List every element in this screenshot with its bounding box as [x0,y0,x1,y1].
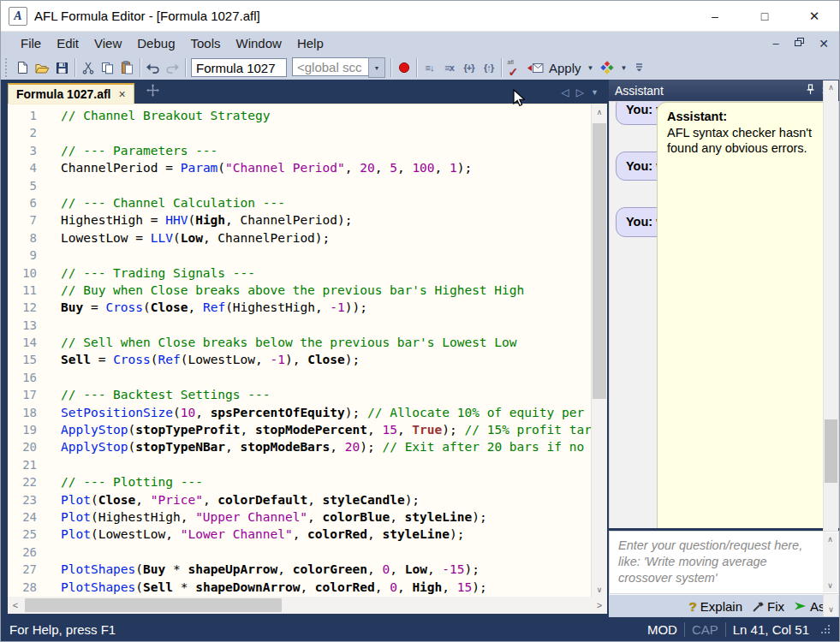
code-line-17[interactable]: 17// --- Backtest Settings --- [8,386,591,403]
code-editor[interactable]: 1// Channel Breakout Strategy23// --- Pa… [8,104,607,597]
code-line-15[interactable]: 15Sell = Cross(Ref(LowestLow, -1), Close… [8,351,591,368]
pin-panel-button[interactable] [802,84,818,98]
editor-horizontal-scrollbar[interactable]: < > [8,597,607,614]
maximize-button[interactable]: □ [740,1,789,31]
toolbar-overflow-icon [635,62,644,72]
code-line-1[interactable]: 1// Channel Breakout Strategy [8,107,591,124]
minimize-button[interactable]: – [690,1,740,31]
close-button[interactable]: ✕ [789,1,839,31]
tab-formula-1027[interactable]: Formula 1027.afl × [8,83,134,104]
save-formula-button[interactable] [52,57,72,78]
status-mod-indicator: MOD [647,622,677,637]
tab-scroll-right-button[interactable]: ▷ [576,86,584,98]
code-line-8[interactable]: 8LowestLow = LLV(Low, ChannelPeriod); [8,229,591,247]
version-control-combo[interactable]: <global scc ▼ [292,57,385,78]
code-line-11[interactable]: 11// Buy when Close breaks above the pre… [8,282,591,299]
record-button[interactable] [394,57,414,78]
editor-vertical-scrollbar[interactable]: ∧ ∨ [591,104,607,597]
assistant-header[interactable]: Assistant ✕ [609,80,839,101]
scroll-down-button[interactable]: ∨ [592,582,607,597]
vertical-scroll-thumb[interactable] [593,123,606,399]
new-formula-button[interactable] [13,57,33,78]
assistant-question-input[interactable] [617,536,810,592]
toolbar-grip[interactable] [5,58,10,77]
menu-item-view[interactable]: View [86,33,129,53]
open-formula-button[interactable] [33,57,52,78]
code-line-18[interactable]: 18SetPositionSize(10, spsPercentOfEquity… [8,404,591,421]
code-line-26[interactable]: 26 [8,544,591,561]
code-line-12[interactable]: 12Buy = Cross(Close, Ref(HighestHigh, -1… [8,299,591,316]
code-line-4[interactable]: 4ChannelPeriod = Param("Channel Period",… [8,159,591,176]
cut-button[interactable] [78,57,98,78]
code-line-24[interactable]: 24Plot(HighestHigh, "Upper Channel", col… [8,508,591,526]
parameters-button[interactable] [597,57,617,78]
input-scrollbar[interactable]: ∧ ∨ [823,532,837,592]
mdi-restore-button[interactable] [793,37,807,50]
formula-name-input[interactable] [191,58,287,77]
code-line-7[interactable]: 7HighestHigh = HHV(High, ChannelPeriod); [8,211,591,229]
code-line-3[interactable]: 3// --- Parameters --- [8,142,591,159]
mdi-close-button[interactable]: ✕ [817,37,831,51]
code-line-5[interactable]: 5 [8,177,591,194]
paste-button[interactable] [117,57,137,78]
copy-button[interactable] [98,57,117,78]
menu-item-window[interactable]: Window [229,33,289,53]
chevron-down-icon: ▼ [374,65,380,71]
code-line-22[interactable]: 22// --- Plotting --- [8,473,591,490]
cut-scissors-icon [82,62,94,74]
code-line-21[interactable]: 21 [8,456,591,473]
input-scroll-down-button[interactable]: ∨ [823,579,837,592]
toolbar-overflow-button[interactable] [635,60,644,75]
mdi-minimize-button[interactable]: – [769,37,783,50]
surround-braces-button[interactable]: {↑} [479,57,498,78]
undo-button[interactable] [143,57,163,78]
code-line-27[interactable]: 27PlotShapes(Buy * shapeUpArrow, colorGr… [8,561,591,578]
chat-scroll-down-button[interactable]: ∨ [824,603,838,616]
redo-button[interactable] [163,57,182,78]
code-area[interactable]: 1// Channel Breakout Strategy23// --- Pa… [8,104,591,597]
scroll-left-icon: < [13,600,18,610]
explain-button[interactable]: ? Explain [689,599,742,614]
resize-grip[interactable] [819,622,831,637]
code-line-20[interactable]: 20ApplyStop(stopTypeNBar, stopModeBars, … [8,438,591,455]
line-number: 19 [8,421,48,438]
code-line-28[interactable]: 28PlotShapes(Sell * shapeDownArrow, colo… [8,579,591,596]
code-line-6[interactable]: 6// --- Channel Calculation --- [8,194,591,211]
apply-dropdown-button[interactable]: ▼ [587,64,594,72]
code-line-19[interactable]: 19ApplyStop(stopTypeProfit, stopModePerc… [8,421,591,438]
fix-button[interactable]: Fix [752,599,784,614]
chat-scroll-up-button[interactable]: ∧ [824,80,838,94]
parameters-dropdown-button[interactable]: ▼ [620,64,627,72]
menu-item-debug[interactable]: Debug [129,33,182,53]
remove-section-button[interactable]: ≡x [439,57,459,78]
code-line-23[interactable]: 23Plot(Close, "Price", colorDefault, sty… [8,491,591,508]
code-line-25[interactable]: 25Plot(LowestLow, "Lower Channel", color… [8,526,591,543]
code-line-13[interactable]: 13 [8,317,591,334]
apply-label[interactable]: Apply [549,61,581,75]
apply-button[interactable] [524,57,546,78]
code-line-16[interactable]: 16 [8,369,591,386]
app-icon: A [9,7,27,26]
version-control-dropdown-button[interactable]: ▼ [368,57,385,78]
insert-braces-icon: {+} [464,62,474,73]
input-scroll-up-button[interactable]: ∧ [823,532,837,546]
scroll-right-button[interactable]: > [592,597,607,614]
insert-section-button[interactable]: ≡↓ [420,57,439,78]
tab-scroll-left-button[interactable]: ◁ [562,86,569,98]
tab-close-icon[interactable]: × [119,87,126,101]
code-line-10[interactable]: 10// --- Trading Signals --- [8,265,591,282]
insert-braces-button[interactable]: {+} [459,57,479,78]
code-line-9[interactable]: 9 [8,247,591,264]
menu-item-help[interactable]: Help [289,33,331,53]
menu-item-file[interactable]: File [13,33,49,53]
scroll-left-button[interactable]: < [8,597,23,614]
tab-list-button[interactable]: ▼ [591,88,599,97]
scroll-up-button[interactable]: ∧ [592,104,607,119]
menu-item-tools[interactable]: Tools [182,33,228,53]
menu-item-edit[interactable]: Edit [49,33,86,53]
chat-scroll-thumb[interactable] [825,419,837,483]
syntax-check-button[interactable]: afl✓ [504,57,524,78]
code-line-2[interactable]: 2 [8,124,591,141]
horizontal-scroll-thumb[interactable] [25,598,282,612]
code-line-14[interactable]: 14// Sell when Close breaks below the pr… [8,334,591,351]
